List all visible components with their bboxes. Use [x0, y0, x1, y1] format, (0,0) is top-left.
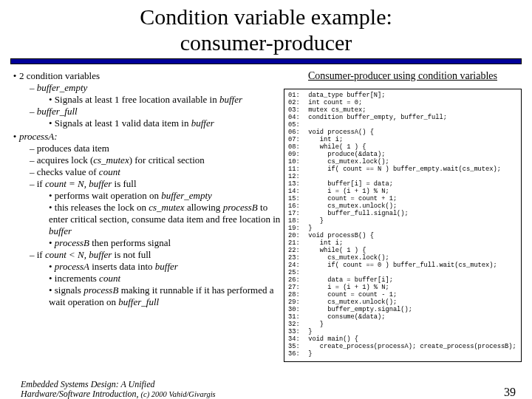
pa-if-notfull: if count < N, buffer is not full process…: [30, 249, 284, 308]
pa-full-release-pre: this releases the lock on: [55, 202, 149, 213]
buffer-empty-name: buffer_empty: [37, 82, 88, 93]
slide: Condition variable example: consumer-pro…: [0, 4, 532, 399]
pa-full-wait: performs wait operation on buffer_empty: [49, 190, 284, 202]
cs-mutex-word: cs_mutex: [93, 154, 129, 166]
pa-if-full-cond: count = N, buffer: [45, 178, 112, 189]
processb-word: processB: [223, 202, 258, 213]
pa-if-notfull-pre: if: [37, 249, 45, 260]
processa-heading: processA:: [19, 131, 58, 142]
buffer-word: buffer: [219, 94, 242, 105]
pa-full-wait-pre: performs wait operation on: [55, 190, 161, 201]
footer-line-1: Embedded Systems Design: A Unified: [21, 379, 155, 389]
item-buffer-empty: buffer_empty Signals at least 1 free loc…: [30, 82, 284, 106]
body-columns: •2 condition variables buffer_empty Sign…: [10, 70, 522, 368]
pa-nf-signal: signals processB making it runnable if i…: [49, 284, 284, 308]
pa-nf-signal-pre: signals: [55, 284, 83, 296]
pa-full-release: this releases the lock on cs_mutex allow…: [49, 202, 284, 237]
pa-produces: produces data item: [30, 143, 284, 154]
pa-checks-pre: checks value of: [37, 166, 99, 177]
processb-word-3: processB: [83, 284, 118, 296]
buffer-full-name: buffer_full: [37, 106, 78, 117]
count-word-2: count: [99, 273, 120, 284]
code-heading: Consumer-producer using condition variab…: [284, 70, 522, 82]
pa-full-release-mid: allowing: [185, 202, 223, 213]
buffer-full-detail: Signals at least 1 valid data item in bu…: [49, 117, 284, 129]
processa-word: processA: [55, 261, 89, 272]
title-line-1: Condition variable example:: [140, 4, 392, 29]
buffer-word-2: buffer: [191, 117, 214, 129]
pa-if-full: if count = N, buffer is full performs wa…: [30, 178, 284, 249]
slide-title: Condition variable example: consumer-pro…: [0, 4, 532, 55]
count-word: count: [99, 166, 120, 177]
pa-nf-insert-mid: inserts data into: [89, 261, 155, 272]
page-number: 39: [504, 386, 516, 399]
condvars-heading: 2 condition variables: [19, 70, 100, 81]
bullet-condvars: •2 condition variables buffer_empty Sign…: [10, 70, 284, 129]
left-column: •2 condition variables buffer_empty Sign…: [10, 70, 284, 368]
pa-if-full-pre: if: [37, 178, 45, 189]
cs-mutex-word-2: cs_mutex: [149, 202, 184, 213]
buffer-empty-detail-text: Signals at least 1 free location availab…: [55, 94, 219, 105]
footer-text: Embedded Systems Design: A Unified Hardw…: [21, 380, 216, 399]
buffer-empty-word: buffer_empty: [161, 190, 212, 201]
pa-acquires: acquires lock (cs_mutex) for critical se…: [30, 154, 284, 166]
bullet-processa: •processA: produces data item acquires l…: [10, 131, 284, 308]
pa-full-signal: processB then performs signal: [49, 237, 284, 249]
pa-full-signal-post: then performs signal: [89, 237, 171, 248]
pa-if-full-post: is full: [112, 178, 136, 189]
footer-copyright: (c) 2000 Vahid/Givargis: [141, 390, 216, 398]
buffer-full-detail-text: Signals at least 1 valid data item in: [55, 117, 191, 129]
pa-nf-incr: increments count: [49, 273, 284, 284]
pa-nf-incr-pre: increments: [55, 273, 99, 284]
processb-word-2: processB: [55, 237, 89, 248]
title-line-2: consumer-producer: [180, 30, 352, 55]
pa-acquires-pre: acquires lock (: [37, 154, 94, 166]
buffer-empty-detail: Signals at least 1 free location availab…: [49, 94, 284, 106]
pa-acquires-post: ) for critical section: [129, 154, 205, 166]
title-divider: [10, 58, 522, 64]
right-column: Consumer-producer using condition variab…: [284, 70, 522, 368]
item-buffer-full: buffer_full Signals at least 1 valid dat…: [30, 106, 284, 129]
pa-nf-insert: processA inserts data into buffer: [49, 261, 284, 273]
buffer-word-4: buffer: [155, 261, 178, 272]
pa-if-notfull-cond: count < N, buffer: [45, 249, 112, 260]
footer-line-2a: Hardware/Software Introduction,: [21, 389, 141, 399]
footer: Embedded Systems Design: A Unified Hardw…: [0, 380, 532, 399]
pa-if-notfull-post: is not full: [112, 249, 151, 260]
buffer-word-3: buffer: [49, 225, 72, 236]
pa-checks: checks value of count: [30, 166, 284, 178]
code-listing: 01: data_type buffer[N]; 02: int count =…: [284, 89, 522, 362]
buffer-full-word: buffer_full: [118, 296, 159, 307]
